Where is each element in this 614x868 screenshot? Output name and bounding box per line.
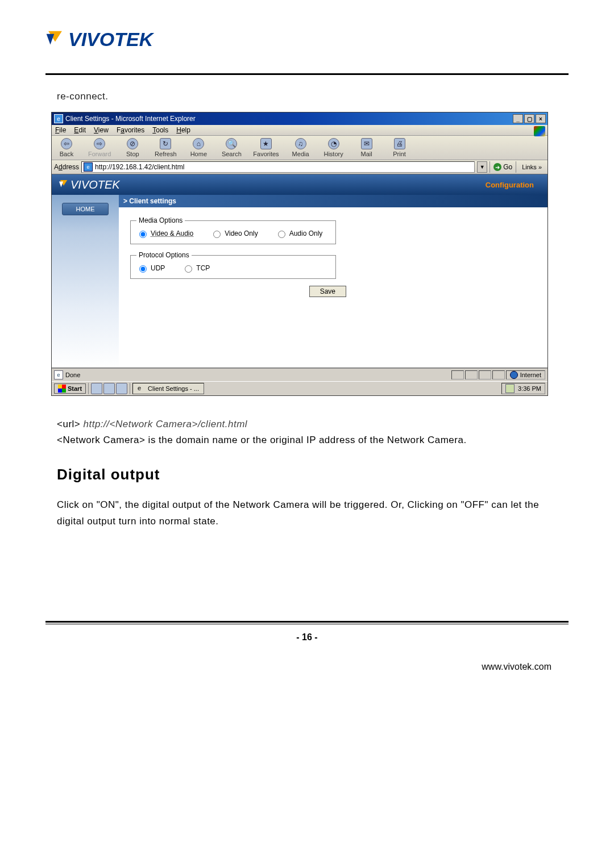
footer-divider-thin [45, 624, 569, 624]
windows-flag-icon [534, 126, 545, 136]
status-page-icon: e [54, 370, 63, 379]
url-line: <url> http://<Network Camera>/client.htm… [57, 419, 569, 430]
protocol-options-group: Protocol Options UDP TCP [130, 251, 336, 279]
banner-logo: VIVOTEK [59, 178, 120, 191]
media-button[interactable]: ♫Media [289, 138, 312, 157]
quick-launch-icon[interactable] [91, 383, 102, 394]
task-item[interactable]: e Client Settings - ... [132, 383, 204, 394]
maximize-button[interactable]: ▢ [524, 114, 534, 123]
status-bar: e Done Internet [52, 368, 547, 381]
protocol-options-legend: Protocol Options [136, 251, 192, 259]
footer-divider-thick [45, 621, 569, 623]
media-options-group: Media Options Video & Audio Video Only A… [130, 216, 336, 244]
ie-task-icon: e [138, 385, 146, 393]
print-button[interactable]: 🖨Print [388, 138, 411, 157]
address-bar: Address e http://192.168.1.42/client.htm… [52, 160, 547, 174]
ie-app-icon: e [54, 114, 63, 123]
quick-launch-icon[interactable] [116, 383, 127, 394]
quick-launch-icon[interactable] [103, 383, 115, 394]
protocol-tcp[interactable]: TCP [182, 264, 210, 273]
system-tray: 3:36 PM [501, 383, 545, 394]
start-button[interactable]: Start [54, 383, 86, 394]
back-button[interactable]: ⇦Back [55, 138, 78, 157]
tray-icon[interactable] [505, 384, 515, 393]
links-label[interactable]: Links » [518, 164, 545, 170]
save-button[interactable]: Save [309, 286, 346, 297]
page-content: VIVOTEK Configuration HOME > Client sett… [52, 174, 547, 368]
history-button[interactable]: ◔History [322, 138, 345, 157]
logo-mark-icon [45, 30, 65, 50]
reconnect-text: re-connect. [57, 89, 569, 104]
footer-site: www.vivotek.com [45, 662, 569, 672]
menu-file[interactable]: File [55, 126, 66, 134]
media-audio-only[interactable]: Audio Only [275, 229, 323, 238]
windows-logo-icon [58, 385, 66, 393]
refresh-button[interactable]: ↻Refresh [154, 138, 177, 157]
minimize-button[interactable]: _ [513, 114, 523, 123]
section-paragraph: Click on "ON", the digital output of the… [57, 497, 557, 530]
taskbar: Start e Client Settings - ... 3:36 PM [52, 381, 547, 395]
page-number: - 16 - [45, 632, 569, 642]
url-description: <Network Camera> is the domain name or t… [57, 432, 557, 449]
quick-launch [88, 383, 130, 394]
media-video-only[interactable]: Video Only [210, 229, 258, 238]
address-dropdown[interactable]: ▼ [477, 161, 487, 173]
home-button[interactable]: ⌂Home [187, 138, 210, 157]
favorites-button[interactable]: ★Favorites [253, 138, 279, 157]
svg-marker-1 [47, 34, 55, 44]
globe-icon [510, 371, 518, 379]
ie-page-icon: e [84, 162, 93, 172]
header-divider [45, 73, 569, 75]
forward-button[interactable]: ⇨Forward [88, 138, 111, 157]
address-field[interactable]: e http://192.168.1.42/client.html [81, 161, 475, 173]
titlebar: e Client Settings - Microsoft Internet E… [52, 112, 547, 125]
close-button[interactable]: × [536, 114, 546, 123]
stop-button[interactable]: ⊘Stop [121, 138, 144, 157]
menu-help[interactable]: Help [176, 126, 190, 134]
status-done: Done [65, 372, 80, 378]
address-url: http://192.168.1.42/client.html [95, 163, 184, 171]
logo-text: VIVOTEK [68, 28, 153, 51]
ie-window: e Client Settings - Microsoft Internet E… [51, 112, 548, 396]
go-icon: ➜ [493, 163, 501, 171]
section-heading: Digital output [57, 466, 569, 483]
status-pane [465, 370, 478, 379]
client-settings-header: > Client settings [119, 195, 547, 207]
menubar: File Edit View Favorites Tools Help [52, 125, 547, 136]
menu-tools[interactable]: Tools [152, 126, 168, 134]
toolbar: ⇦Back ⇨Forward ⊘Stop ↻Refresh ⌂Home 🔍Sea… [52, 136, 547, 160]
header-logo: VIVOTEK [45, 28, 569, 51]
address-label: Address [54, 163, 79, 171]
status-zone: Internet [520, 372, 541, 378]
status-pane [492, 370, 505, 379]
status-pane [479, 370, 491, 379]
svg-marker-3 [59, 182, 63, 187]
media-video-audio[interactable]: Video & Audio [136, 229, 193, 238]
top-banner: VIVOTEK Configuration [52, 174, 547, 195]
media-options-legend: Media Options [136, 216, 185, 224]
protocol-udp[interactable]: UDP [136, 264, 165, 273]
menu-edit[interactable]: Edit [74, 126, 86, 134]
go-button[interactable]: ➜ Go [489, 161, 516, 173]
configuration-link[interactable]: Configuration [486, 181, 534, 189]
menu-favorites[interactable]: Favorites [117, 126, 144, 134]
status-pane [451, 370, 464, 379]
window-title: Client Settings - Microsoft Internet Exp… [65, 115, 196, 123]
tray-clock: 3:36 PM [518, 385, 541, 392]
home-nav-button[interactable]: HOME [62, 203, 109, 215]
search-button[interactable]: 🔍Search [220, 138, 243, 157]
menu-view[interactable]: View [94, 126, 109, 134]
sidebar: HOME [52, 174, 119, 368]
mail-button[interactable]: ✉Mail [355, 138, 378, 157]
